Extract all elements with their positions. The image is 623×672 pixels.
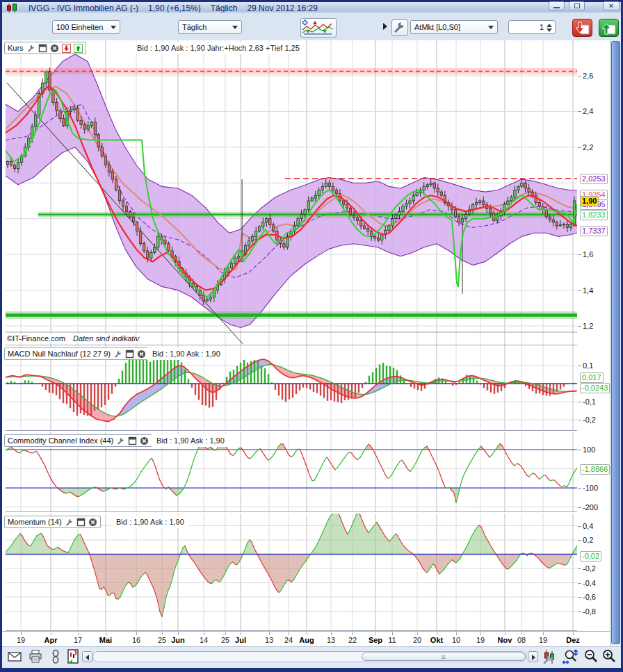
chart-report-icon	[67, 648, 79, 665]
x-axis-label: Jul	[235, 636, 246, 644]
x-axis-label: 19	[539, 636, 547, 644]
zoom-out-icon	[583, 648, 599, 665]
zoom-fit-button[interactable]	[562, 648, 580, 665]
printer-icon	[28, 649, 43, 664]
link-button[interactable]	[50, 649, 61, 664]
detach-window-icon[interactable]	[76, 518, 86, 527]
wrench-icon[interactable]	[65, 518, 74, 527]
x-axis-tick-mark	[269, 632, 270, 635]
copyright-source: ©IT-Finance.com	[7, 334, 65, 343]
window-border-bottom	[0, 667, 623, 672]
close-panel-icon[interactable]	[140, 436, 149, 445]
zoom-out-button[interactable]	[583, 648, 599, 665]
hscroll-right-button[interactable]	[528, 651, 538, 662]
x-axis-tick-mark	[375, 632, 376, 635]
x-axis-tick-mark	[136, 632, 137, 635]
wrench-icon[interactable]	[116, 436, 125, 445]
vertical-scrollbar-thumb[interactable]	[611, 41, 620, 644]
minimize-button[interactable]	[549, 1, 565, 10]
order-panel-expander-icon[interactable]	[383, 23, 387, 30]
x-axis-label: 24	[284, 636, 293, 644]
macd-panel-header: MACD Null Nachlauf (12 27 9)	[4, 347, 149, 360]
report-button[interactable]	[67, 648, 79, 665]
x-axis-label: 14	[200, 636, 208, 644]
cci-panel-title: Commodity Channel Index (44)	[8, 436, 113, 445]
buy-page-up-icon	[599, 19, 618, 36]
copyright-line: ©IT-Finance.com Daten sind indikativ	[7, 334, 143, 343]
x-axis-label: 20	[413, 636, 421, 644]
x-axis-tick-mark	[456, 632, 457, 635]
close-panel-icon[interactable]	[88, 518, 97, 527]
x-axis-label: 10	[452, 636, 460, 644]
zoom-in-button[interactable]	[601, 648, 617, 665]
order-settings-button[interactable]	[391, 19, 408, 36]
x-axis-tick-mark	[106, 632, 106, 635]
macd-panel-info: Bid : 1,90 Ask : 1,90	[147, 347, 225, 360]
sell-button[interactable]	[572, 19, 592, 37]
detach-window-icon[interactable]	[38, 44, 47, 53]
hscroll-left-button[interactable]	[82, 651, 92, 662]
order-type-dropdown[interactable]: AtMkt [L0,S0]	[410, 20, 498, 34]
sell-arrow-icon[interactable]	[62, 44, 71, 53]
units-dropdown[interactable]: 100 Einheiten	[52, 20, 120, 34]
x-axis-tick-mark	[573, 632, 574, 635]
time-axis[interactable]: 19Apr17Mai1625Jun1425Jul1324Aug1322Sep11…	[2, 631, 610, 647]
wrench-icon[interactable]	[26, 44, 35, 53]
title-period: Täglich	[211, 3, 238, 13]
x-axis-label: 25	[221, 636, 229, 644]
x-axis-label: Aug	[299, 636, 314, 644]
x-axis-tick-mark	[225, 632, 226, 635]
chart-tools-button[interactable]	[542, 648, 558, 665]
x-axis-label: Okt	[430, 636, 443, 644]
close-panel-icon[interactable]	[50, 44, 59, 53]
x-axis-label: 25	[158, 636, 166, 644]
horizontal-scrollbar-thumb[interactable]: ≡	[362, 653, 526, 661]
detach-window-icon[interactable]	[125, 350, 134, 359]
vertical-scrollbar[interactable]	[610, 40, 621, 646]
quantity-stepper[interactable]: 1	[508, 20, 556, 34]
kurs-panel-title: Kurs	[8, 44, 24, 52]
x-axis-tick-mark	[331, 632, 332, 635]
x-axis-tick-mark	[480, 632, 481, 635]
chart-type-button[interactable]	[300, 18, 337, 38]
wrench-icon[interactable]	[113, 350, 122, 359]
horizontal-scrollbar[interactable]: ≡	[92, 651, 526, 662]
momentum-chart[interactable]	[6, 514, 577, 631]
x-axis-tick-mark	[353, 632, 353, 635]
print-button[interactable]	[28, 649, 43, 664]
quantity-up-icon[interactable]	[547, 24, 552, 27]
order-type-dropdown-value: AtMkt [L0,S0]	[414, 23, 460, 31]
close-icon: ×	[604, 1, 619, 10]
quantity-value: 1	[540, 23, 544, 31]
chevron-down-icon	[232, 26, 238, 29]
app-logo-candlestick-icon	[6, 3, 19, 13]
x-axis-label: 19	[17, 636, 25, 644]
chevron-down-icon	[488, 26, 494, 29]
quantity-down-icon[interactable]	[547, 28, 552, 32]
email-button[interactable]	[7, 650, 22, 664]
x-axis-label: 17	[74, 636, 82, 644]
close-panel-icon[interactable]	[137, 350, 146, 359]
period-dropdown-value: Täglich	[182, 23, 207, 31]
minimize-icon	[553, 7, 560, 8]
title-quote: 1,90 (+6,15%)	[148, 3, 201, 13]
buy-button[interactable]	[599, 19, 619, 37]
chart-type-icon	[301, 19, 336, 35]
x-axis-tick-mark	[78, 632, 79, 635]
cci-panel-info: Bid : 1,90 Ask : 1,90	[152, 434, 229, 447]
x-axis-tick-mark	[307, 632, 307, 635]
arrow-right-icon	[532, 655, 535, 660]
buy-arrow-icon[interactable]	[74, 44, 83, 53]
kurs-panel-info: Bid : 1,90 Ask : 1,90 Jahr:+Hoch 2,63 +T…	[132, 42, 305, 54]
x-axis-tick-mark	[289, 632, 289, 635]
maximize-button[interactable]	[569, 1, 585, 10]
period-dropdown[interactable]: Täglich	[178, 20, 242, 34]
close-button[interactable]: ×	[603, 1, 620, 10]
x-axis-label: 11	[388, 636, 396, 644]
kurs-panel-header: Kurs	[4, 42, 86, 54]
x-axis-label: Dez	[566, 636, 580, 644]
detach-window-icon[interactable]	[128, 436, 137, 445]
kurs-chart[interactable]	[6, 40, 577, 345]
copyright-note: Daten sind indikativ	[73, 334, 139, 343]
x-axis-label: 19	[476, 636, 485, 644]
